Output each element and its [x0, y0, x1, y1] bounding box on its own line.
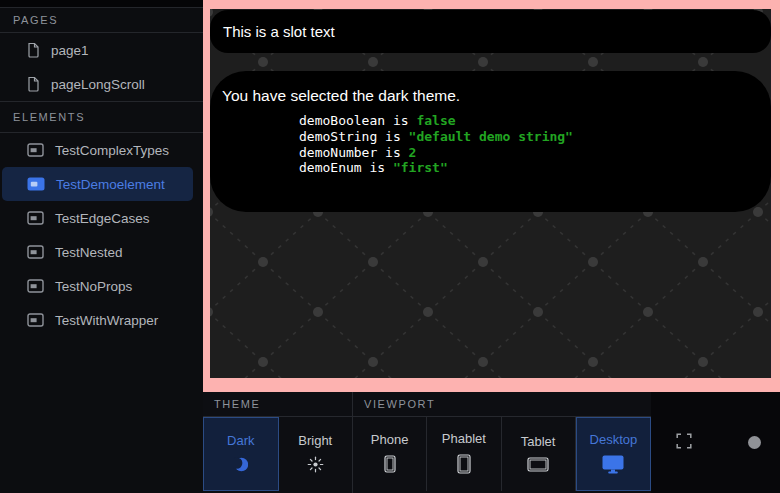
phablet-icon: [457, 454, 471, 477]
element-icon: [27, 245, 44, 259]
fullscreen-icon[interactable]: [676, 433, 692, 453]
viewport-desktop-button[interactable]: Desktop: [576, 417, 651, 491]
slot-text-box: This is a slot text: [210, 10, 771, 53]
viewport-phablet-label: Phablet: [442, 431, 486, 446]
sidebar-item-pagelongscroll[interactable]: pageLongScroll: [0, 67, 203, 101]
sidebar-item-testnoprops[interactable]: TestNoProps: [0, 269, 203, 303]
sidebar-item-page1[interactable]: page1: [0, 33, 203, 67]
file-icon: [27, 42, 40, 58]
theme-bright-label: Bright: [298, 433, 332, 448]
element-icon: [27, 211, 44, 225]
code-value: false: [416, 113, 455, 128]
sidebar-item-label: TestEdgeCases: [55, 211, 150, 226]
element-icon: [27, 143, 44, 157]
sidebar-item-label: TestNoProps: [55, 279, 132, 294]
sun-icon: [307, 456, 324, 476]
element-icon-selected: [27, 177, 45, 191]
sidebar-item-label: TestNested: [55, 245, 123, 260]
viewport-desktop-label: Desktop: [590, 432, 638, 447]
desktop-monitor-icon: [602, 455, 624, 477]
viewport-phone-button[interactable]: Phone: [353, 417, 427, 491]
code-value: "default demo string": [409, 129, 573, 144]
code-line: demoEnum is "first": [299, 160, 448, 175]
viewport-tablet-button[interactable]: Tablet: [502, 417, 576, 491]
demo-element-box: You have selected the dark theme. demoBo…: [210, 71, 771, 212]
sidebar-item-testdemoelement[interactable]: TestDemoelement: [2, 167, 193, 201]
file-icon: [27, 76, 40, 92]
element-icon: [27, 279, 44, 293]
preview-frame: This is a slot text You have selected th…: [203, 0, 780, 392]
theme-group: THEME Dark Bright: [203, 392, 352, 493]
theme-group-label: THEME: [214, 398, 261, 410]
theme-bright-button[interactable]: Bright: [279, 417, 353, 491]
demo-props-code: demoBoolean is false demoString is "defa…: [299, 113, 759, 176]
code-line: demoBoolean is false: [299, 113, 456, 128]
viewport-group-header: VIEWPORT: [353, 392, 651, 417]
code-line: demoNumber is 2: [299, 145, 416, 160]
sidebar-item-testedgecases[interactable]: TestEdgeCases: [0, 201, 203, 235]
sidebar-top-strip: [0, 0, 203, 8]
sidebar-section-elements: ELEMENTS: [0, 101, 203, 133]
element-icon: [27, 313, 44, 327]
elements-section-label: ELEMENTS: [13, 111, 85, 123]
tablet-icon: [527, 457, 549, 475]
theme-status-heading: You have selected the dark theme.: [222, 86, 759, 105]
theme-dark-label: Dark: [227, 433, 254, 448]
pages-section-label: PAGES: [13, 14, 58, 26]
sidebar: PAGES page1 pageLongScroll ELEMENTS Test…: [0, 0, 203, 493]
moon-icon: [233, 456, 248, 476]
code-value: "first": [393, 160, 448, 175]
theme-group-header: THEME: [203, 392, 352, 417]
viewport-tablet-label: Tablet: [521, 434, 556, 449]
preview-canvas: This is a slot text You have selected th…: [210, 9, 771, 378]
viewport-group-label: VIEWPORT: [364, 398, 435, 410]
sidebar-item-label: page1: [51, 43, 89, 58]
sidebar-item-label: pageLongScroll: [51, 77, 145, 92]
viewport-phablet-button[interactable]: Phablet: [427, 417, 501, 491]
theme-dark-button[interactable]: Dark: [203, 417, 279, 491]
sidebar-section-pages: PAGES: [0, 8, 203, 33]
code-value: 2: [409, 145, 417, 160]
status-dot[interactable]: [748, 436, 761, 449]
sidebar-item-label: TestComplexTypes: [55, 143, 169, 158]
slot-text: This is a slot text: [223, 23, 335, 40]
viewport-phone-label: Phone: [371, 432, 409, 447]
sidebar-item-testcomplextypes[interactable]: TestComplexTypes: [0, 133, 203, 167]
sidebar-item-label: TestDemoelement: [56, 177, 165, 192]
code-line: demoString is "default demo string": [299, 129, 573, 144]
viewport-group: VIEWPORT Phone Phablet Tablet: [352, 392, 651, 493]
phone-icon: [384, 455, 396, 476]
sidebar-item-testnested[interactable]: TestNested: [0, 235, 203, 269]
sidebar-item-testwithwrapper[interactable]: TestWithWrapper: [0, 303, 203, 337]
toolbar-right-area: [651, 392, 780, 493]
preview-toolbar: THEME Dark Bright: [203, 392, 780, 493]
sidebar-item-label: TestWithWrapper: [55, 313, 158, 328]
